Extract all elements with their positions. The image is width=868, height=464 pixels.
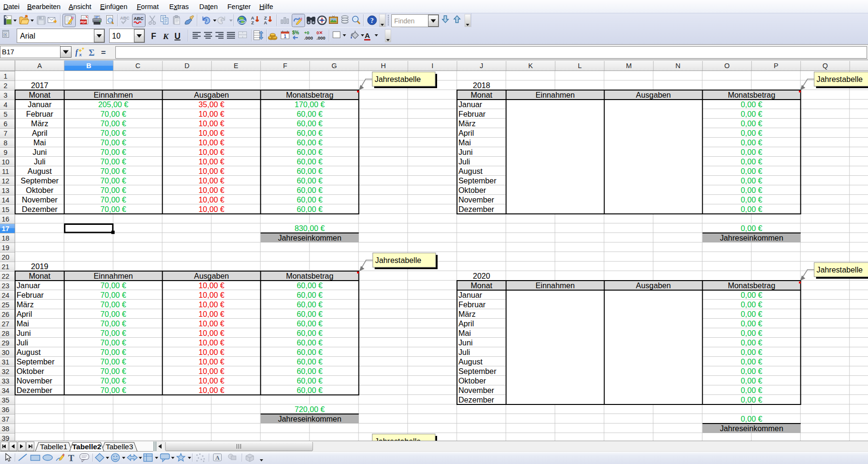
svg-text:Einfügen: Einfügen <box>100 3 127 10</box>
svg-text:K: K <box>528 62 533 70</box>
svg-text:10,00 €: 10,00 € <box>199 329 225 337</box>
svg-text:70,00 €: 70,00 € <box>101 119 126 128</box>
svg-text:2: 2 <box>3 82 7 90</box>
svg-text:U: U <box>174 31 181 41</box>
svg-text:39: 39 <box>1 434 9 441</box>
svg-text:10,00 €: 10,00 € <box>199 310 225 318</box>
svg-text:Q: Q <box>823 62 828 70</box>
svg-text:0,00 €: 0,00 € <box>741 100 762 109</box>
svg-text:0,00 €: 0,00 € <box>741 148 762 156</box>
svg-text:5: 5 <box>3 111 7 118</box>
svg-text:K: K <box>163 31 169 41</box>
svg-text:Datei: Datei <box>3 3 20 10</box>
svg-text:Einnahmen: Einnahmen <box>536 281 575 290</box>
svg-text:0,00 €: 0,00 € <box>741 291 762 299</box>
svg-text:60,00 €: 60,00 € <box>297 319 323 328</box>
svg-text:0,00 €: 0,00 € <box>741 329 762 337</box>
svg-text:Dezember: Dezember <box>459 395 495 404</box>
svg-text:A: A <box>37 62 42 70</box>
svg-text:März: März <box>459 119 476 128</box>
svg-text:T: T <box>68 453 74 463</box>
svg-text:Monat: Monat <box>471 281 493 290</box>
svg-text:11: 11 <box>2 168 9 175</box>
svg-text:70,00 €: 70,00 € <box>101 138 126 147</box>
svg-text:70,00 €: 70,00 € <box>101 176 126 185</box>
svg-text:B: B <box>86 62 91 70</box>
svg-text:April: April <box>32 129 48 137</box>
svg-text:Bearbeiten: Bearbeiten <box>27 3 61 10</box>
svg-text:14: 14 <box>1 196 9 204</box>
svg-text:M: M <box>626 62 632 70</box>
svg-text:September: September <box>459 367 497 375</box>
svg-text:70,00 €: 70,00 € <box>101 338 126 347</box>
svg-text:60,00 €: 60,00 € <box>297 205 323 213</box>
svg-text:Juli: Juli <box>34 157 45 166</box>
svg-text:70,00 €: 70,00 € <box>101 367 126 375</box>
svg-text:60,00 €: 60,00 € <box>297 129 323 137</box>
svg-text:70,00 €: 70,00 € <box>101 291 126 299</box>
svg-text:August: August <box>459 167 483 175</box>
svg-text:April: April <box>459 129 474 137</box>
svg-text:Februar: Februar <box>26 110 54 118</box>
svg-text:H: H <box>381 62 386 70</box>
svg-text:70,00 €: 70,00 € <box>101 310 126 318</box>
svg-text:Januar: Januar <box>17 281 41 290</box>
svg-text:10,00 €: 10,00 € <box>199 357 225 366</box>
svg-text:10,00 €: 10,00 € <box>199 386 225 394</box>
svg-text:Mai: Mai <box>17 319 29 328</box>
svg-text:70,00 €: 70,00 € <box>101 205 126 213</box>
svg-text:10,00 €: 10,00 € <box>199 348 225 356</box>
svg-text:1: 1 <box>284 34 286 39</box>
svg-text:September: September <box>459 176 497 185</box>
svg-text:60,00 €: 60,00 € <box>297 310 323 318</box>
svg-text:10,00 €: 10,00 € <box>199 119 225 128</box>
svg-text:Monat: Monat <box>29 91 51 99</box>
svg-text:Finden: Finden <box>394 17 415 25</box>
svg-text:Ausgaben: Ausgaben <box>194 272 229 280</box>
svg-text:F: F <box>283 62 287 70</box>
svg-text:10,00 €: 10,00 € <box>199 176 225 185</box>
svg-text:März: März <box>17 300 34 309</box>
svg-text:205,00 €: 205,00 € <box>98 100 128 109</box>
svg-text:10,00 €: 10,00 € <box>199 300 225 309</box>
svg-text:830,00 €: 830,00 € <box>295 224 325 232</box>
svg-text:0,00 €: 0,00 € <box>741 129 762 137</box>
svg-text:10: 10 <box>112 32 121 40</box>
svg-text:70,00 €: 70,00 € <box>101 329 126 337</box>
svg-text:26: 26 <box>1 311 9 318</box>
svg-text:0,00 €: 0,00 € <box>741 157 762 166</box>
svg-text:J: J <box>480 62 483 70</box>
svg-text:27: 27 <box>1 320 9 328</box>
svg-text:1: 1 <box>3 72 7 80</box>
svg-text:Extras: Extras <box>169 3 189 10</box>
svg-text:0,00 €: 0,00 € <box>741 395 762 404</box>
svg-text:35: 35 <box>1 396 9 404</box>
svg-text:20: 20 <box>1 253 9 261</box>
svg-text:10,00 €: 10,00 € <box>199 281 225 290</box>
svg-text:O: O <box>725 62 730 70</box>
svg-text:B17: B17 <box>2 48 14 56</box>
svg-text:32: 32 <box>1 368 9 375</box>
svg-text:November: November <box>459 386 495 394</box>
svg-text:23: 23 <box>1 282 9 290</box>
svg-text:29: 29 <box>1 339 9 347</box>
svg-text:Mai: Mai <box>459 329 471 337</box>
svg-text:A: A <box>264 20 267 25</box>
svg-text:60,00 €: 60,00 € <box>297 195 323 204</box>
svg-text:Juli: Juli <box>459 157 470 166</box>
svg-text:60,00 €: 60,00 € <box>297 157 323 166</box>
svg-text:60,00 €: 60,00 € <box>297 167 323 175</box>
svg-text:Oktober: Oktober <box>17 367 44 375</box>
svg-text:37: 37 <box>1 415 9 423</box>
svg-text:18: 18 <box>1 234 9 242</box>
svg-text:Einnahmen: Einnahmen <box>536 91 575 99</box>
svg-text:Σ: Σ <box>89 48 94 58</box>
svg-text:0,00 €: 0,00 € <box>741 338 762 347</box>
svg-text:60,00 €: 60,00 € <box>297 300 323 309</box>
svg-text:17: 17 <box>1 225 9 232</box>
svg-text:10,00 €: 10,00 € <box>199 138 225 147</box>
svg-text:August: August <box>17 348 41 356</box>
svg-text:November: November <box>459 195 495 204</box>
svg-text:4: 4 <box>3 101 7 109</box>
svg-text:34: 34 <box>1 387 9 394</box>
